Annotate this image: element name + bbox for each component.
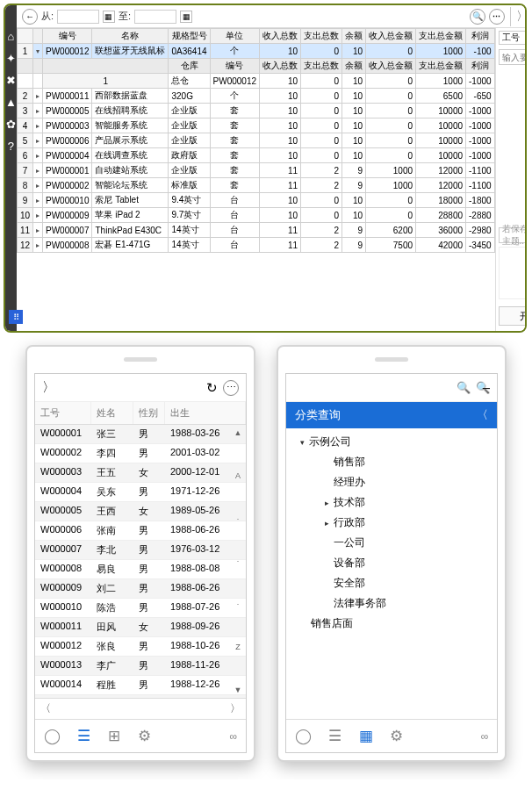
list-item[interactable]: W000003王五女2000-12-01	[35, 463, 246, 483]
grid-header[interactable]: 规格型号	[169, 29, 210, 44]
grid-icon[interactable]: ⊞	[108, 727, 120, 745]
tree-item[interactable]: ▸行政部	[286, 513, 497, 533]
list-item[interactable]: W000013李广男1988-11-26	[35, 657, 246, 676]
table-row[interactable]: 5▸PW000006产品展示系统企业版套10010010000-1000	[17, 133, 494, 148]
prev-page-icon[interactable]: 〈	[40, 701, 51, 716]
col-dob[interactable]: 出生	[165, 402, 246, 424]
list-item[interactable]: W000009刘二男1988-06-26	[35, 579, 246, 599]
apps-grid-icon[interactable]: ⠿	[9, 310, 23, 324]
list-item[interactable]: W000006张南男1988-06-26	[35, 521, 246, 541]
settings-icon[interactable]: ⚙	[138, 727, 151, 745]
tools-icon[interactable]: ✖	[6, 74, 16, 87]
chat-icon[interactable]: ◯	[295, 727, 312, 745]
settings-icon[interactable]: ⚙	[390, 727, 403, 745]
date-to-input[interactable]	[134, 10, 176, 24]
table-row[interactable]: 9▸PW000010索尼 Tablet9.4英寸台10010018000-180…	[17, 193, 494, 208]
grid-header[interactable]: 支出总金额	[416, 29, 466, 44]
table-row[interactable]: 10▸PW000009苹果 iPad 29.7英寸台10010028800-28…	[17, 208, 494, 223]
user-icon[interactable]: ▲	[5, 96, 17, 109]
field-select[interactable]: 工号▾	[499, 31, 527, 45]
table-row[interactable]: 2▸PW000011西部数据蓝盘320G个1001006500-650	[17, 89, 494, 104]
col-name[interactable]: 姓名	[91, 402, 133, 424]
grid-header[interactable]: 单位	[210, 29, 259, 44]
tree-item[interactable]: 一公司	[286, 533, 497, 553]
back-chevron-icon[interactable]: 〈	[477, 407, 488, 423]
refresh-icon[interactable]: ↻	[206, 380, 218, 396]
alpha-scroll[interactable]: ▲ A ··· Z ▼	[232, 428, 244, 694]
more-icon[interactable]: ∞	[230, 730, 238, 743]
grid-header[interactable]: 余额	[342, 29, 366, 44]
mobile-category-view: 🔍 🔍̶ 分类查询 〈 ▾示例公司销售部经理办▸技术部▸行政部一公司设备部安全部…	[277, 345, 507, 762]
mobile-toolbar: 〉 ↻ ⋯	[35, 374, 246, 402]
list-item[interactable]: W000001张三男1988-03-26	[35, 425, 246, 444]
list-item[interactable]: W000011田风女1988-09-26	[35, 618, 246, 637]
grid-header[interactable]: 编号	[43, 29, 92, 44]
table-row[interactable]: 1▾PW000012联想蓝牙无线鼠标0A36414个1001001000-100	[17, 44, 494, 59]
calendar-to-icon[interactable]: ▦	[180, 11, 192, 23]
list-body[interactable]: ▲ A ··· Z ▼ W000001张三男1988-03-26W000002李…	[35, 425, 246, 698]
home-icon[interactable]: ⌂	[8, 30, 15, 43]
list-item[interactable]: W000004吴东男1971-12-26	[35, 483, 246, 502]
category-tree[interactable]: ▾示例公司销售部经理办▸技术部▸行政部一公司设备部安全部法律事务部销售店面	[286, 428, 497, 719]
settings-icon[interactable]: ✿	[6, 118, 16, 131]
list-item[interactable]: W000012张良男1988-10-26	[35, 637, 246, 657]
grid-header[interactable]: 收入总金额	[366, 29, 416, 44]
mobile-list-view: 〉 ↻ ⋯ 工号 姓名 性别 出生 ▲ A ··· Z ▼ W000001张三男…	[25, 345, 255, 762]
list-item[interactable]: W000010陈浩男1988-07-26	[35, 599, 246, 618]
grid-header[interactable]: 利润	[466, 29, 495, 44]
chevron-right-icon[interactable]: 〉	[516, 9, 527, 25]
chat-icon[interactable]: ◯	[44, 727, 61, 745]
table-sub-row[interactable]: 1总仓PW0000121001001000-1000	[17, 74, 494, 89]
grid-header[interactable]: 支出总数	[301, 29, 342, 44]
chevron-right-icon[interactable]: 〉	[42, 379, 55, 396]
list-item[interactable]: W000005王西女1989-05-26	[35, 502, 246, 521]
grid-icon[interactable]: ▦	[359, 727, 373, 745]
tree-item[interactable]: 法律事务部	[286, 593, 497, 614]
table-row[interactable]: 7▸PW000001自动建站系统企业版套1129100012000-1100	[17, 163, 494, 178]
sub-header: 收入总金额	[366, 59, 416, 74]
grid-header[interactable]: 收入总数	[260, 29, 301, 44]
start-query-button[interactable]: 开始查询	[499, 306, 527, 326]
col-sex[interactable]: 性别	[133, 402, 165, 424]
list-item[interactable]: W000007李北男1976-03-12	[35, 541, 246, 560]
tree-item[interactable]: 销售店面	[286, 614, 497, 634]
scroll-down-icon[interactable]: ▼	[234, 686, 242, 694]
list-item[interactable]: W000015吴用男1988-02-26	[35, 695, 246, 698]
calendar-from-icon[interactable]: ▦	[103, 11, 115, 23]
table-row[interactable]: 12▸PW000008宏碁 E1-471G14英寸台1129750042000-…	[17, 238, 494, 253]
save-topic-input[interactable]: 若保存，请输入主题...✔	[499, 227, 527, 243]
table-row[interactable]: 4▸PW000003智能服务系统企业版套10010010000-1000	[17, 118, 494, 133]
next-page-icon[interactable]: 〉	[230, 701, 241, 716]
search-icon[interactable]: 🔍	[457, 381, 471, 394]
list-icon[interactable]: ☰	[77, 727, 90, 745]
more-button[interactable]: ⋯	[489, 9, 505, 25]
tree-item[interactable]: ▸技术部	[286, 492, 497, 513]
list-item[interactable]: W000014程胜男1988-12-26	[35, 676, 246, 695]
back-button[interactable]: ←	[22, 9, 38, 25]
chat-icon[interactable]: ✦	[6, 52, 16, 65]
help-icon[interactable]: ?	[8, 140, 14, 153]
query-value-input[interactable]	[499, 49, 527, 65]
scroll-up-icon[interactable]: ▲	[234, 428, 242, 437]
table-row[interactable]: 3▸PW000005在线招聘系统企业版套10010010000-1000	[17, 104, 494, 118]
data-grid[interactable]: 编号名称规格型号单位收入总数支出总数余额收入总金额支出总金额利润1▾PW0000…	[17, 28, 495, 331]
tree-item[interactable]: 设备部	[286, 553, 497, 573]
filter-icon[interactable]: 🔍̶	[476, 381, 490, 394]
date-from-input[interactable]	[57, 10, 99, 24]
tree-root[interactable]: ▾示例公司	[286, 432, 497, 452]
sub-header: 收入总数	[260, 59, 301, 74]
table-row[interactable]: 6▸PW000004在线调查系统政府版套10010010000-1000	[17, 148, 494, 163]
col-id[interactable]: 工号	[35, 402, 91, 424]
table-row[interactable]: 8▸PW000002智能论坛系统标准版套1129100012000-1100	[17, 178, 494, 193]
table-row[interactable]: 11▸PW000007ThinkPad E430C14英寸台1129620036…	[17, 223, 494, 238]
grid-header[interactable]: 名称	[92, 29, 169, 44]
more-icon[interactable]: ⋯	[223, 380, 239, 396]
tree-item[interactable]: 安全部	[286, 573, 497, 593]
tree-item[interactable]: 销售部	[286, 452, 497, 472]
more-icon[interactable]: ∞	[481, 730, 489, 743]
tree-item[interactable]: 经理办	[286, 472, 497, 492]
list-item[interactable]: W000008易良男1988-08-08	[35, 560, 246, 579]
search-button[interactable]: 🔍	[470, 9, 485, 25]
list-item[interactable]: W000002李四男2001-03-02	[35, 444, 246, 463]
list-icon[interactable]: ☰	[328, 727, 341, 745]
